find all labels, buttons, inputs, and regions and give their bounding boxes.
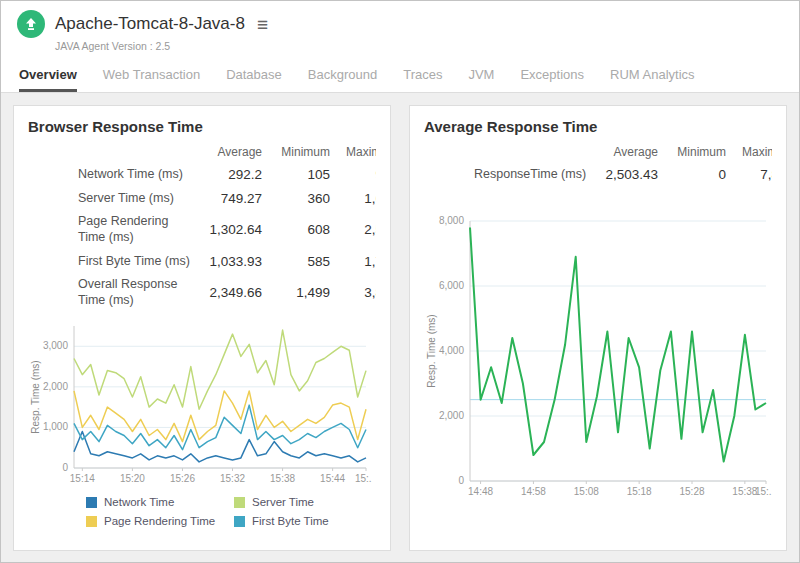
metric-maximum: 7,815 xyxy=(730,163,772,187)
metric-average: 749.27 xyxy=(198,187,266,211)
panel-title: Browser Response Time xyxy=(28,118,376,135)
metric-label: ResponseTime (ms) xyxy=(424,163,594,187)
metric-maximum: 2,561 xyxy=(334,210,376,249)
metric-maximum: 1,774 xyxy=(334,250,376,274)
svg-text:15:38: 15:38 xyxy=(270,473,295,484)
svg-text:15:26: 15:26 xyxy=(170,473,195,484)
tab-jvm[interactable]: JVM xyxy=(468,67,494,92)
empty-header-cell xyxy=(28,139,198,163)
svg-text:14:58: 14:58 xyxy=(521,486,546,497)
svg-text:15:32: 15:32 xyxy=(220,473,245,484)
tab-traces[interactable]: Traces xyxy=(403,67,442,92)
panel-title: Average Response Time xyxy=(424,118,772,135)
table-row: Page Rendering Time (ms) 1,302.64 608 2,… xyxy=(28,210,376,249)
metric-label: Overall Response Time (ms) xyxy=(28,273,198,312)
browser-metrics-table: Average Minimum Maximum Network Time (ms… xyxy=(28,139,376,312)
column-minimum: Minimum xyxy=(266,139,334,163)
svg-text:0: 0 xyxy=(62,462,68,473)
table-row: First Byte Time (ms) 1,033.93 585 1,774 xyxy=(28,250,376,274)
metric-average: 1,033.93 xyxy=(198,250,266,274)
metric-minimum: 0 xyxy=(662,163,730,187)
legend-label: First Byte Time xyxy=(252,515,329,527)
svg-text:3,000: 3,000 xyxy=(43,341,68,352)
metric-label: Network Time (ms) xyxy=(28,163,198,187)
tab-bar: Overview Web Transaction Database Backgr… xyxy=(1,58,799,93)
column-average: Average xyxy=(594,139,662,163)
legend-swatch xyxy=(86,497,97,508)
svg-text:14:48: 14:48 xyxy=(468,486,493,497)
chart-legend: Network Time Server Time Page Rendering … xyxy=(86,496,376,527)
svg-text:0: 0 xyxy=(458,475,464,486)
column-minimum: Minimum xyxy=(662,139,730,163)
table-row: Overall Response Time (ms) 2,349.66 1,49… xyxy=(28,273,376,312)
legend-swatch xyxy=(234,497,245,508)
empty-header-cell xyxy=(424,139,594,163)
tab-rum-analytics[interactable]: RUM Analytics xyxy=(610,67,695,92)
svg-text:1,000: 1,000 xyxy=(43,422,68,433)
header: Apache-Tomcat-8-Java-8 ≡ JAVA Agent Vers… xyxy=(1,1,799,58)
status-up-icon xyxy=(17,10,45,38)
svg-text:Resp. Time (ms): Resp. Time (ms) xyxy=(426,314,437,387)
hamburger-menu-icon[interactable]: ≡ xyxy=(257,15,268,34)
legend-label: Network Time xyxy=(104,496,174,508)
svg-text:15:28: 15:28 xyxy=(679,486,704,497)
svg-text:6,000: 6,000 xyxy=(439,280,464,291)
tab-database[interactable]: Database xyxy=(226,67,282,92)
column-average: Average xyxy=(198,139,266,163)
metric-minimum: 1,499 xyxy=(266,273,334,312)
legend-item-first-byte-time[interactable]: First Byte Time xyxy=(234,515,391,527)
metric-maximum: 1,658 xyxy=(334,187,376,211)
metric-label: First Byte Time (ms) xyxy=(28,250,198,274)
legend-label: Server Time xyxy=(252,496,314,508)
svg-text:Resp. Time (ms): Resp. Time (ms) xyxy=(30,361,41,434)
column-maximum: Maximum xyxy=(730,139,772,163)
metric-average: 1,302.64 xyxy=(198,210,266,249)
browser-response-time-panel: Browser Response Time Average Minimum Ma… xyxy=(13,105,391,551)
legend-item-server-time[interactable]: Server Time xyxy=(234,496,391,508)
tab-background[interactable]: Background xyxy=(308,67,377,92)
metric-minimum: 585 xyxy=(266,250,334,274)
metric-maximum: 930 xyxy=(334,163,376,187)
metric-label: Page Rendering Time (ms) xyxy=(28,210,198,249)
table-header-row: Average Minimum Maximum xyxy=(28,139,376,163)
arrow-up-icon xyxy=(24,17,38,31)
svg-text:2,000: 2,000 xyxy=(439,410,464,421)
legend-swatch xyxy=(86,516,97,527)
column-maximum: Maximum xyxy=(334,139,376,163)
svg-text:15:44: 15:44 xyxy=(320,473,345,484)
legend-item-page-rendering-time[interactable]: Page Rendering Time xyxy=(86,515,234,527)
average-metrics-table: Average Minimum Maximum ResponseTime (ms… xyxy=(424,139,772,187)
svg-text:15:20: 15:20 xyxy=(120,473,145,484)
metric-minimum: 105 xyxy=(266,163,334,187)
tab-exceptions[interactable]: Exceptions xyxy=(520,67,584,92)
svg-text:15:14: 15:14 xyxy=(70,473,95,484)
metric-average: 2,503.43 xyxy=(594,163,662,187)
tab-web-transaction[interactable]: Web Transaction xyxy=(103,67,200,92)
metric-average: 292.2 xyxy=(198,163,266,187)
average-response-time-panel: Average Response Time Average Minimum Ma… xyxy=(409,105,787,551)
metric-average: 2,349.66 xyxy=(198,273,266,312)
table-header-row: Average Minimum Maximum xyxy=(424,139,772,163)
metric-minimum: 608 xyxy=(266,210,334,249)
svg-text:15:...: 15:... xyxy=(755,486,772,497)
table-row: ResponseTime (ms) 2,503.43 0 7,815 xyxy=(424,163,772,187)
svg-text:4,000: 4,000 xyxy=(439,345,464,356)
svg-text:15:08: 15:08 xyxy=(574,486,599,497)
dashboard-content: Browser Response Time Average Minimum Ma… xyxy=(1,93,799,563)
metric-label: Server Time (ms) xyxy=(28,187,198,211)
svg-text:8,000: 8,000 xyxy=(439,215,464,226)
average-response-chart[interactable]: 02,0004,0006,0008,00014:4814:5815:0815:1… xyxy=(424,213,772,501)
legend-swatch xyxy=(234,516,245,527)
legend-label: Page Rendering Time xyxy=(104,515,215,527)
metric-minimum: 360 xyxy=(266,187,334,211)
svg-text:15:...: 15:... xyxy=(355,473,372,484)
table-row: Server Time (ms) 749.27 360 1,658 xyxy=(28,187,376,211)
page-title: Apache-Tomcat-8-Java-8 xyxy=(55,14,245,34)
svg-text:15:18: 15:18 xyxy=(627,486,652,497)
legend-item-network-time[interactable]: Network Time xyxy=(86,496,234,508)
browser-response-chart[interactable]: 01,0002,0003,00015:1415:2015:2615:3215:3… xyxy=(28,318,376,488)
table-row: Network Time (ms) 292.2 105 930 xyxy=(28,163,376,187)
tab-overview[interactable]: Overview xyxy=(19,67,77,92)
metric-maximum: 3,807 xyxy=(334,273,376,312)
svg-text:2,000: 2,000 xyxy=(43,381,68,392)
